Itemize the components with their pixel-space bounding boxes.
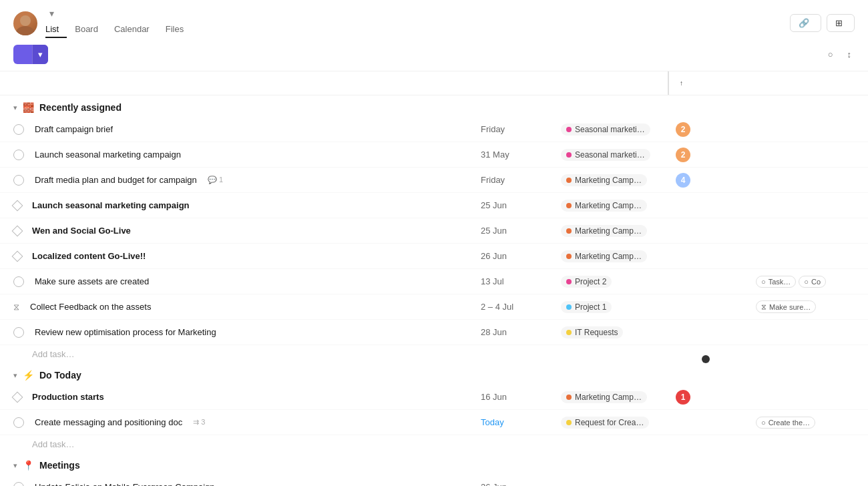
task-check-circle[interactable]	[13, 276, 24, 287]
section-meetings: ▾ 📍 Meetings Update Felicia on Mobile Ev…	[0, 453, 868, 486]
task-check-area: ⧖ Collect Feedback on the assets	[13, 302, 481, 312]
task-check-circle[interactable]	[13, 124, 24, 135]
project-dot	[566, 330, 572, 335]
task-deps: ○ Task…○ Co	[748, 276, 855, 288]
user-avatar[interactable]	[13, 11, 37, 35]
project-name: Seasonal marketi…	[575, 150, 645, 160]
task-projects: Marketing Camp…	[561, 200, 668, 212]
nav-tabs: List Board Calendar Files	[45, 21, 782, 38]
section-toggle-meetings[interactable]: ▾	[13, 461, 17, 470]
task-check-circle[interactable]	[13, 327, 24, 338]
task-due: Friday	[481, 124, 561, 134]
project-pill: Project 1	[561, 301, 612, 313]
app-header: ▾ List Board Calendar Files 🔗 ⊞	[0, 0, 868, 38]
task-check-circle[interactable]	[13, 417, 24, 428]
project-name: Project 2	[575, 277, 606, 286]
task-check-area: Update Felicia on Mobile Evergreen Campa…	[13, 482, 481, 487]
project-name: IT Requests	[575, 328, 618, 337]
task-projects: Request for Crea…	[561, 417, 668, 429]
project-dot	[566, 254, 572, 259]
task-priority: 2	[668, 148, 748, 162]
task-check-area: Make sure assets are created	[13, 276, 481, 287]
task-row[interactable]: Launch seasonal marketing campaign 25 Ju…	[0, 193, 868, 218]
dep-pill: ○ Create the…	[756, 417, 815, 429]
task-name: Draft media plan and budget for campaign	[35, 175, 197, 185]
section-do-today: ▾ ⚡ Do Today Production starts 16 Jun Ma…	[0, 363, 868, 453]
project-name: Marketing Camp…	[575, 393, 642, 402]
task-check-area: Production starts	[13, 392, 481, 402]
section-header-meetings[interactable]: ▾ 📍 Meetings	[0, 453, 868, 475]
project-dot	[566, 304, 572, 310]
share-button[interactable]: 🔗	[790, 14, 821, 32]
task-name: Launch seasonal marketing campaign	[32, 200, 190, 210]
task-check-circle[interactable]	[13, 150, 24, 160]
section-icon-recently-assigned: 🧱	[23, 102, 34, 113]
share-icon: 🔗	[799, 18, 809, 28]
project-pill: Request for Crea…	[561, 417, 649, 429]
task-check-area: Wen and Social Go-Live	[13, 226, 481, 236]
task-check-circle[interactable]	[13, 482, 24, 487]
task-deps: ⧖ Make sure…	[748, 300, 855, 313]
task-row[interactable]: Make sure assets are created 13 Jul Proj…	[0, 269, 868, 294]
task-check-circle[interactable]	[13, 175, 24, 186]
incomplete-tasks-filter[interactable]: ○	[828, 49, 837, 59]
section-header-do-today[interactable]: ▾ ⚡ Do Today	[0, 363, 868, 385]
add-task-row-recently-assigned[interactable]: Add task…	[0, 345, 868, 363]
tab-calendar[interactable]: Calendar	[106, 21, 158, 38]
task-check-area: Create messaging and positioning doc ⇉ 3	[13, 417, 481, 428]
task-check-area: Localized content Go-Live!!	[13, 251, 481, 261]
task-projects: Marketing Camp…	[561, 225, 668, 237]
task-row[interactable]: Update Felicia on Mobile Evergreen Campa…	[0, 475, 868, 486]
section-toggle-do-today[interactable]: ▾	[13, 371, 17, 380]
add-task-button[interactable]: ▾	[13, 45, 48, 64]
task-check-diamond[interactable]	[13, 202, 21, 210]
project-pill: Seasonal marketi…	[561, 149, 650, 161]
tab-files[interactable]: Files	[158, 21, 192, 38]
task-check-area: Draft campaign brief	[13, 124, 481, 135]
customize-button[interactable]: ⊞	[827, 14, 855, 32]
section-toggle-recently-assigned[interactable]: ▾	[13, 103, 17, 112]
task-row[interactable]: Launch seasonal marketing campaign 31 Ma…	[0, 142, 868, 168]
task-row[interactable]: Wen and Social Go-Live 25 Jun Marketing …	[0, 218, 868, 244]
add-task-main[interactable]	[13, 50, 32, 59]
task-row[interactable]: Production starts 16 Jun Marketing Camp……	[0, 385, 868, 410]
sort-button[interactable]: ↕	[847, 49, 855, 59]
section-recently-assigned: ▾ 🧱 Recently assigned Draft campaign bri…	[0, 95, 868, 363]
project-pill: Marketing Camp…	[561, 174, 647, 186]
task-check-diamond[interactable]	[13, 252, 21, 260]
page-title-row: ▾	[45, 8, 782, 19]
task-row[interactable]: ⧖ Collect Feedback on the assets 2 – 4 J…	[0, 294, 868, 320]
task-priority: 4	[668, 173, 748, 188]
task-row[interactable]: Create messaging and positioning doc ⇉ 3…	[0, 410, 868, 435]
task-name: Update Felicia on Mobile Evergreen Campa…	[35, 482, 215, 486]
task-name: Collect Feedback on the assets	[30, 302, 151, 312]
tab-list[interactable]: List	[45, 21, 67, 38]
section-title-do-today: Do Today	[39, 370, 81, 381]
section-header-recently-assigned[interactable]: ▾ 🧱 Recently assigned	[0, 95, 868, 117]
add-task-row-do-today[interactable]: Add task…	[0, 435, 868, 453]
task-projects: Project 2	[561, 276, 668, 288]
col-header-priority[interactable]: ↑	[668, 71, 748, 95]
task-check-diamond[interactable]	[13, 227, 21, 235]
task-name: Review new optimisation process for Mark…	[35, 327, 216, 337]
project-dot	[566, 152, 572, 158]
tab-board[interactable]: Board	[67, 21, 106, 38]
section-icon-do-today: ⚡	[23, 370, 34, 381]
task-row[interactable]: Localized content Go-Live!! 26 Jun Marke…	[0, 244, 868, 269]
add-task-dropdown[interactable]: ▾	[32, 45, 48, 64]
task-row[interactable]: Draft campaign brief Friday Seasonal mar…	[0, 117, 868, 142]
task-check-hourglass[interactable]: ⧖	[13, 302, 19, 312]
project-pill: Marketing Camp…	[561, 391, 647, 403]
task-name: Create messaging and positioning doc	[35, 417, 182, 427]
task-due: 25 Jun	[481, 226, 561, 236]
task-check-area: Launch seasonal marketing campaign	[13, 200, 481, 210]
project-pill: Project 2	[561, 276, 612, 288]
title-chevron-icon[interactable]: ▾	[49, 8, 54, 19]
sort-icon: ↕	[847, 49, 852, 59]
task-projects: IT Requests	[561, 326, 668, 338]
section-title-recently-assigned: Recently assigned	[39, 102, 122, 113]
task-check-diamond[interactable]	[13, 393, 21, 401]
task-row[interactable]: Draft media plan and budget for campaign…	[0, 168, 868, 193]
header-info: ▾ List Board Calendar Files	[45, 8, 782, 38]
task-row[interactable]: Review new optimisation process for Mark…	[0, 320, 868, 345]
